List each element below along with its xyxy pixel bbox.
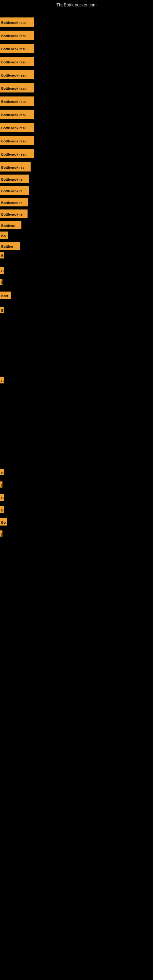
bottleneck-bar: Bo (0, 232, 12, 239)
bottleneck-bar: B (0, 506, 9, 513)
bar-label: Bo (0, 232, 8, 239)
bar-label: | (0, 279, 2, 285)
bar-label: Bottleneck re (0, 198, 28, 207)
bar-label: Bottlen (0, 242, 20, 250)
bottleneck-bar: Bottleneck resul (0, 123, 38, 132)
bar-label: Bottleneck resul (0, 30, 33, 40)
bottleneck-bar: | (0, 481, 5, 488)
bottleneck-bar: Bottleneck resul (0, 97, 38, 106)
bottleneck-bar: Bottleneck re (0, 186, 33, 195)
bottleneck-bar: Bottleneck resul (0, 83, 38, 92)
bar-label: | (0, 481, 2, 488)
bar-label: B (0, 377, 4, 383)
bar-label: Bott (0, 291, 11, 299)
bottleneck-bar: Bottleneck resul (0, 149, 37, 158)
bottleneck-bar: Bottlene (0, 221, 26, 229)
bottleneck-bar: Bottleneck resul (0, 136, 38, 145)
bottleneck-bar: Bottleneck resul (0, 70, 38, 79)
bar-label: Bottleneck resul (0, 97, 33, 106)
site-title: TheBottlenecker.com (0, 0, 153, 10)
bottleneck-bar: Bo (0, 518, 11, 525)
bottleneck-bar: Bottleneck resul (0, 57, 38, 66)
bar-label: | (0, 530, 2, 536)
bar-label: Bottleneck re (0, 175, 29, 183)
bottleneck-bar: Bottleneck resul (0, 30, 38, 40)
bottleneck-bar: | (0, 530, 5, 536)
bar-label: Bottleneck res (0, 162, 30, 172)
bar-label: B (0, 506, 4, 513)
bottleneck-bar: B (0, 307, 8, 313)
bottleneck-bar: Bottleneck re (0, 175, 33, 183)
bottleneck-bar: B (0, 469, 7, 475)
bar-label: Bottleneck resul (0, 123, 33, 132)
bar-label: B (0, 469, 4, 475)
bottleneck-bar: B (0, 377, 8, 383)
bar-label: Bottleneck resul (0, 44, 33, 53)
bottleneck-bar: B (0, 252, 9, 258)
bar-label: Bottleneck resul (0, 136, 33, 145)
bar-label: Bottleneck re (0, 210, 27, 218)
bottleneck-bar: Bottleneck resul (0, 18, 38, 27)
bar-label: Bottleneck resul (0, 110, 33, 119)
bottleneck-bar: B (0, 494, 9, 501)
bar-label: B (0, 307, 4, 313)
bottleneck-bar: Bottleneck resul (0, 110, 38, 119)
bar-label: B (0, 252, 4, 258)
bar-label: B (0, 267, 4, 274)
bar-label: Bottlene (0, 221, 21, 229)
bar-label: Bottleneck resul (0, 149, 33, 158)
bottleneck-bar: Bottleneck res (0, 162, 35, 172)
bar-label: Bottleneck resul (0, 57, 33, 66)
bar-label: Bottleneck resul (0, 18, 33, 27)
bottleneck-bar: Bottleneck resul (0, 44, 38, 53)
bar-label: B (0, 494, 4, 501)
bottleneck-bar: Bottleneck re (0, 210, 32, 218)
bottleneck-bar: B (0, 267, 9, 274)
bar-label: Bottleneck resul (0, 70, 33, 79)
bottleneck-bar: Bott (0, 291, 15, 299)
bottleneck-bar: | (0, 279, 5, 285)
bottleneck-bar: Bottlen (0, 242, 24, 250)
bar-label: Bottleneck re (0, 186, 29, 195)
bottleneck-bar: Bottleneck re (0, 198, 32, 207)
bar-label: Bottleneck resul (0, 83, 33, 92)
bar-label: Bo (0, 518, 7, 525)
